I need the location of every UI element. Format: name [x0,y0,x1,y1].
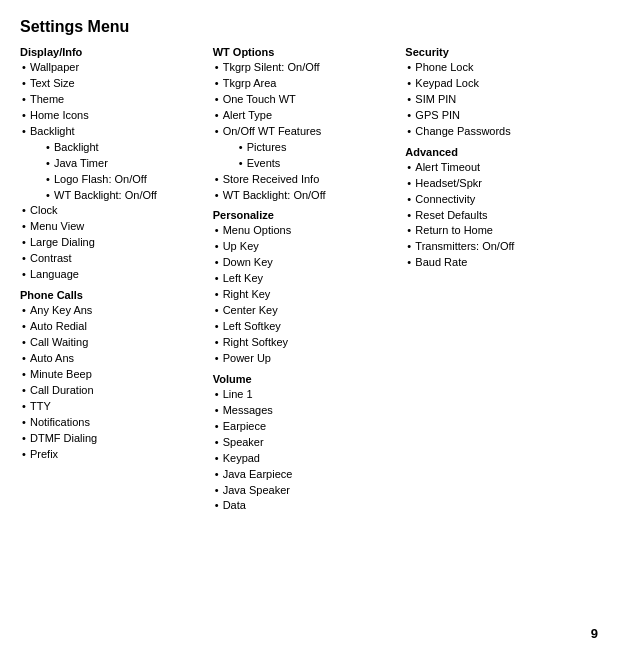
section-title-col3-1: Advanced [405,146,590,158]
section-title-col3-0: Security [405,46,590,58]
list-item: Text Size [20,76,205,92]
list-item: Java Earpiece [213,467,398,483]
list-item: Menu View [20,219,205,235]
sub-list: PicturesEvents [223,140,398,172]
list-item: Tkgrp Area [213,76,398,92]
section-list-col3-0: Phone LockKeypad LockSIM PINGPS PINChang… [405,60,590,140]
page-title: Settings Menu [20,18,598,36]
list-item: Line 1 [213,387,398,403]
section-title-col1-0: Display/Info [20,46,205,58]
list-item: Backlight [44,140,205,156]
list-item: Return to Home [405,223,590,239]
list-item: Phone Lock [405,60,590,76]
list-item: Java Timer [44,156,205,172]
list-item: TTY [20,399,205,415]
list-item: Headset/Spkr [405,176,590,192]
list-item: Prefix [20,447,205,463]
list-item: Alert Timeout [405,160,590,176]
section-list-col2-2: Line 1MessagesEarpieceSpeakerKeypadJava … [213,387,398,515]
list-item: Transmitters: On/Off [405,239,590,255]
list-item: Power Up [213,351,398,367]
list-item: SIM PIN [405,92,590,108]
list-item: Notifications [20,415,205,431]
list-item: Up Key [213,239,398,255]
list-item: Theme [20,92,205,108]
list-item: Store Received Info [213,172,398,188]
list-item: Left Softkey [213,319,398,335]
list-item: Large Dialing [20,235,205,251]
list-item: On/Off WT FeaturesPicturesEvents [213,124,398,172]
list-item: Events [237,156,398,172]
sub-list: BacklightJava TimerLogo Flash: On/OffWT … [30,140,205,204]
list-item: Tkgrp Silent: On/Off [213,60,398,76]
list-item: Keypad Lock [405,76,590,92]
section-list-col2-0: Tkgrp Silent: On/OffTkgrp AreaOne Touch … [213,60,398,203]
list-item: Keypad [213,451,398,467]
list-item: Change Passwords [405,124,590,140]
page-number: 9 [591,626,598,641]
list-item: Down Key [213,255,398,271]
column-1: Display/InfoWallpaperText SizeThemeHome … [20,46,213,463]
section-list-col2-1: Menu OptionsUp KeyDown KeyLeft KeyRight … [213,223,398,366]
list-item: Right Softkey [213,335,398,351]
list-item: Connectivity [405,192,590,208]
list-item: Right Key [213,287,398,303]
list-item: DTMF Dialing [20,431,205,447]
list-item: Center Key [213,303,398,319]
list-item: Data [213,498,398,514]
list-item: Call Duration [20,383,205,399]
list-item: Alert Type [213,108,398,124]
list-item: Speaker [213,435,398,451]
list-item: Clock [20,203,205,219]
list-item: WT Backlight: On/Off [44,188,205,204]
list-item: Language [20,267,205,283]
list-item: Any Key Ans [20,303,205,319]
list-item: Call Waiting [20,335,205,351]
list-item: Earpiece [213,419,398,435]
list-item: Wallpaper [20,60,205,76]
column-3: SecurityPhone LockKeypad LockSIM PINGPS … [405,46,598,271]
list-item: Contrast [20,251,205,267]
columns-container: Display/InfoWallpaperText SizeThemeHome … [20,46,598,514]
section-title-col1-1: Phone Calls [20,289,205,301]
list-item: Home Icons [20,108,205,124]
list-item: One Touch WT [213,92,398,108]
list-item: Messages [213,403,398,419]
section-list-col1-0: WallpaperText SizeThemeHome IconsBacklig… [20,60,205,283]
list-item: Pictures [237,140,398,156]
list-item: Minute Beep [20,367,205,383]
list-item: Java Speaker [213,483,398,499]
list-item: WT Backlight: On/Off [213,188,398,204]
page-container: Settings Menu Display/InfoWallpaperText … [0,0,618,524]
list-item: GPS PIN [405,108,590,124]
list-item: Logo Flash: On/Off [44,172,205,188]
section-list-col1-1: Any Key AnsAuto RedialCall WaitingAuto A… [20,303,205,462]
list-item: Left Key [213,271,398,287]
section-title-col2-2: Volume [213,373,398,385]
list-item: Auto Ans [20,351,205,367]
list-item: BacklightBacklightJava TimerLogo Flash: … [20,124,205,204]
list-item: Baud Rate [405,255,590,271]
list-item: Menu Options [213,223,398,239]
section-title-col2-1: Personalize [213,209,398,221]
section-list-col3-1: Alert TimeoutHeadset/SpkrConnectivityRes… [405,160,590,272]
column-2: WT OptionsTkgrp Silent: On/OffTkgrp Area… [213,46,406,514]
list-item: Auto Redial [20,319,205,335]
list-item: Reset Defaults [405,208,590,224]
section-title-col2-0: WT Options [213,46,398,58]
